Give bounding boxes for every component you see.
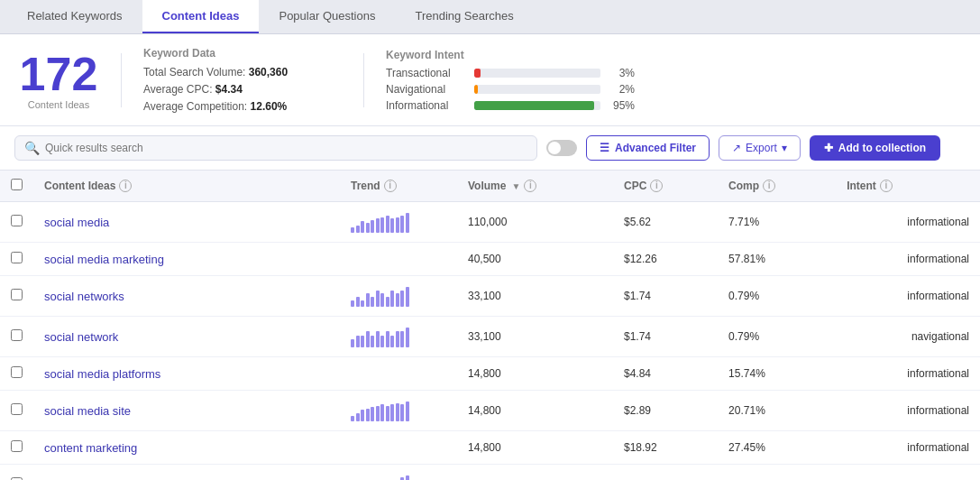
export-button[interactable]: ↗ Export ▾ [719, 135, 801, 161]
transactional-bar-bg [474, 69, 600, 78]
comp-label: Average Competition: [143, 100, 247, 113]
search-input[interactable] [45, 142, 527, 154]
add-to-collection-button[interactable]: ✚ Add to collection [810, 135, 940, 161]
cpc-cell: $5.62 [613, 202, 718, 243]
search-icon: 🔍 [24, 141, 40, 155]
add-collection-label: Add to collection [838, 142, 926, 154]
comp-cell: 57.81% [718, 243, 836, 276]
cpc-cell: $4.84 [613, 357, 718, 391]
transactional-pct: 3% [608, 67, 635, 79]
comp-value: 12.60% [251, 100, 288, 113]
trend-cell [340, 202, 457, 243]
volume-cell: 40,500 [457, 243, 613, 276]
keyword-cell[interactable]: social network [33, 317, 340, 357]
total-search-volume-row: Total Search Volume: 360,360 [143, 66, 342, 78]
tsv-value: 360,360 [249, 66, 288, 78]
intent-cell: informational [836, 202, 980, 243]
tab-trending-searches[interactable]: Trending Searches [395, 0, 533, 33]
comp-cell: 15.74% [718, 357, 836, 391]
volume-cell: 110,000 [457, 202, 613, 243]
keyword-cell[interactable]: social media platforms [33, 357, 340, 391]
count-number: 172 [20, 51, 98, 97]
th-volume[interactable]: Volume ▼ i [457, 171, 613, 202]
table-row: social networks33,100$1.740.79%informati… [0, 276, 980, 317]
keyword-cell[interactable]: social networks [33, 276, 340, 317]
export-chevron-icon: ▾ [782, 142, 787, 154]
keyword-cell[interactable]: content marketing [33, 431, 340, 465]
intent-cell: informational [836, 465, 980, 481]
row-checkbox-4[interactable] [11, 366, 23, 378]
intent-cell: informational [836, 243, 980, 276]
row-checkbox-2[interactable] [11, 289, 23, 300]
tab-related-keywords[interactable]: Related Keywords [7, 0, 142, 33]
intent-transactional: Transactional 3% [386, 67, 638, 79]
vertical-divider-1 [121, 53, 122, 107]
intent-cell: informational [836, 276, 980, 317]
results-table: Content Ideas i Trend i Volume ▼ i [0, 171, 980, 480]
informational-bar-bg [474, 101, 600, 110]
volume-cell: 14,800 [457, 391, 613, 431]
intent-navigational: Navigational 2% [386, 83, 638, 96]
toggle-knob [548, 142, 561, 154]
trend-cell [340, 431, 457, 465]
row-checkbox-5[interactable] [11, 403, 23, 415]
tabs-bar: Related Keywords Content Ideas Popular Q… [0, 0, 980, 34]
summary-row: 172 Content Ideas Keyword Data Total Sea… [0, 34, 980, 126]
trend-info-icon[interactable]: i [384, 180, 397, 192]
row-checkbox-6[interactable] [11, 440, 23, 452]
cpc-info-icon[interactable]: i [650, 180, 663, 192]
content-ideas-info-icon[interactable]: i [119, 180, 132, 192]
th-cpc-label: CPC [624, 180, 646, 192]
trend-cell [340, 243, 457, 276]
table-row: content marketing14,800$18.9227.45%infor… [0, 431, 980, 465]
keyword-cell[interactable]: social media site [33, 391, 340, 431]
export-icon: ↗ [732, 142, 741, 154]
th-trend-label: Trend [351, 180, 380, 192]
search-box[interactable]: 🔍 [14, 135, 537, 161]
comp-info-icon[interactable]: i [763, 180, 775, 192]
th-comp: Comp i [718, 171, 836, 202]
table-row: social media platform12,100$8.1912.50%in… [0, 465, 980, 481]
table-row: social media marketing40,500$12.2657.81%… [0, 243, 980, 276]
th-cpc: CPC i [613, 171, 718, 202]
comp-cell: 7.71% [718, 202, 836, 243]
cpc-value: $4.34 [215, 83, 243, 96]
th-intent: Intent i [836, 171, 980, 202]
comp-cell: 12.50% [718, 465, 836, 481]
cpc-cell: $2.89 [613, 391, 718, 431]
keyword-cell[interactable]: social media marketing [33, 243, 340, 276]
add-collection-icon: ✚ [824, 142, 833, 154]
navigational-label: Navigational [386, 83, 467, 96]
advanced-filter-button[interactable]: ☰ Advanced Filter [586, 135, 710, 161]
row-checkbox-0[interactable] [11, 215, 23, 226]
transactional-label: Transactional [386, 67, 467, 79]
volume-info-icon[interactable]: i [524, 180, 536, 192]
tab-content-ideas[interactable]: Content Ideas [142, 0, 260, 33]
row-checkbox-1[interactable] [11, 252, 23, 263]
volume-cell: 33,100 [457, 276, 613, 317]
intent-cell: informational [836, 391, 980, 431]
volume-sort-icon: ▼ [511, 181, 520, 191]
content-ideas-count: 172 Content Ideas [18, 51, 99, 110]
volume-cell: 14,800 [457, 431, 613, 465]
informational-label: Informational [386, 99, 467, 112]
keyword-cell[interactable]: social media [33, 202, 340, 243]
select-all-checkbox[interactable] [11, 179, 23, 190]
trend-cell [340, 276, 457, 317]
trend-cell [340, 317, 457, 357]
table-row: social media platforms14,800$4.8415.74%i… [0, 357, 980, 391]
comp-cell: 27.45% [718, 431, 836, 465]
keyword-cell[interactable]: social media platform [33, 465, 340, 481]
cpc-cell: $12.26 [613, 243, 718, 276]
results-table-wrap: Content Ideas i Trend i Volume ▼ i [0, 171, 980, 480]
filter-icon: ☰ [600, 142, 609, 154]
toggle-switch[interactable] [546, 140, 577, 156]
trend-cell [340, 465, 457, 481]
cpc-cell: $18.92 [613, 431, 718, 465]
row-checkbox-3[interactable] [11, 329, 23, 341]
intent-informational: Informational 95% [386, 99, 638, 112]
tab-popular-questions[interactable]: Popular Questions [259, 0, 395, 33]
cpc-cell: $1.74 [613, 276, 718, 317]
volume-cell: 14,800 [457, 357, 613, 391]
intent-info-icon[interactable]: i [880, 180, 893, 192]
